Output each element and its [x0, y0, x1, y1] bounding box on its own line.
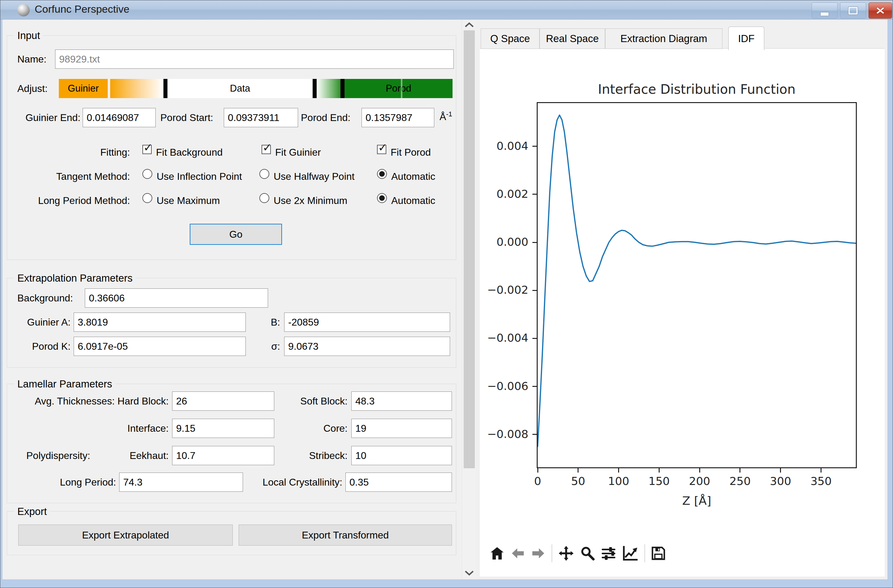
- interface-input[interactable]: [172, 419, 274, 438]
- slider-guinier-segment[interactable]: Guinier: [59, 79, 108, 98]
- soft-block-input[interactable]: [351, 391, 452, 411]
- long-period-method-label: Long Period Method:: [17, 195, 130, 206]
- long-period-input[interactable]: [119, 472, 243, 492]
- slider-guinier-end-handle[interactable]: [164, 79, 167, 98]
- back-button[interactable]: [511, 546, 525, 561]
- slider-porod-start-handle[interactable]: [313, 79, 317, 98]
- forward-button[interactable]: [531, 546, 546, 561]
- window-right-border: [887, 19, 893, 579]
- long-period-maximum-radio[interactable]: [142, 193, 152, 203]
- tangent-inflection-label: Use Inflection Point: [156, 171, 242, 182]
- tangent-inflection-radio[interactable]: [142, 169, 152, 179]
- window-bottom-border: [0, 579, 893, 588]
- hard-block-label: Avg. Thicknesses: Hard Block:: [12, 396, 169, 407]
- minimize-button[interactable]: [812, 3, 837, 18]
- sliders-icon: [601, 546, 616, 561]
- core-input[interactable]: [351, 419, 452, 438]
- local-crystallinity-input[interactable]: [346, 472, 452, 492]
- fit-background-label: Fit Background: [156, 147, 222, 158]
- porod-end-input[interactable]: [362, 108, 434, 127]
- tab-extraction-diagram[interactable]: Extraction Diagram: [605, 29, 722, 49]
- tab-real-space[interactable]: Real Space: [540, 29, 605, 49]
- export-extrapolated-button[interactable]: Export Extrapolated: [18, 525, 233, 546]
- x-tick-label: 200: [681, 475, 718, 487]
- slider-porod-segment[interactable]: Porod: [344, 79, 453, 98]
- back-arrow-icon: [511, 546, 525, 561]
- y-tick-label: 0.000: [479, 236, 528, 248]
- y-tick-label: −0.008: [479, 428, 528, 441]
- guinier-a-label: Guinier A:: [12, 317, 71, 328]
- scrollbar-thumb[interactable]: [464, 30, 475, 468]
- fit-background-checkbox[interactable]: ✓: [142, 145, 152, 154]
- tangent-method-label: Tangent Method:: [17, 171, 130, 182]
- app-icon: [17, 4, 30, 17]
- tab-q-space[interactable]: Q Space: [481, 29, 540, 49]
- go-button[interactable]: Go: [190, 224, 282, 245]
- export-transformed-button[interactable]: Export Transformed: [239, 525, 452, 546]
- slider-guinier-fade[interactable]: [110, 79, 164, 98]
- name-label: Name:: [17, 54, 47, 65]
- guinier-a-input[interactable]: [74, 313, 246, 332]
- guinier-end-input[interactable]: [83, 108, 156, 127]
- idf-curve-canvas: [538, 103, 856, 467]
- maximize-button[interactable]: [840, 3, 866, 18]
- q-unit-label: Å-1: [439, 110, 452, 123]
- chart-title: Interface Distribution Function: [542, 82, 851, 97]
- minimize-icon: [820, 12, 829, 16]
- tangent-automatic-radio[interactable]: [377, 169, 387, 179]
- chevron-up-icon: [465, 22, 474, 28]
- porod-k-input[interactable]: [74, 337, 246, 356]
- fit-porod-label: Fit Porod: [391, 147, 431, 158]
- slider-porod-end-handle[interactable]: [340, 79, 344, 98]
- background-input[interactable]: [85, 289, 268, 308]
- tangent-halfway-radio[interactable]: [259, 169, 269, 179]
- scroll-down-button[interactable]: [465, 570, 474, 577]
- idf-curve: [538, 115, 856, 447]
- long-period-2x-minimum-radio[interactable]: [259, 193, 269, 203]
- long-period-maximum-label: Use Maximum: [156, 195, 220, 206]
- eekhaut-input[interactable]: [172, 446, 274, 465]
- porod-start-label: Porod Start:: [160, 112, 213, 123]
- export-group-title: Export: [14, 506, 50, 517]
- guinier-end-label: Guinier End:: [17, 112, 80, 123]
- long-period-2x-minimum-label: Use 2x Minimum: [274, 195, 347, 206]
- left-panel-scrollbar[interactable]: [462, 19, 477, 579]
- pan-button[interactable]: [558, 546, 574, 561]
- fit-guinier-checkbox[interactable]: ✓: [262, 145, 271, 154]
- fit-porod-checkbox[interactable]: ✓: [377, 145, 386, 154]
- customize-plot-button[interactable]: [622, 545, 638, 561]
- tab-idf[interactable]: IDF: [728, 27, 764, 50]
- y-tick: [532, 242, 537, 243]
- long-period-automatic-label: Automatic: [391, 195, 435, 206]
- slider-data-segment[interactable]: Data: [167, 79, 313, 98]
- pan-icon: [558, 546, 574, 561]
- x-axis-label: Z [Å]: [542, 494, 851, 508]
- stribeck-input[interactable]: [351, 446, 452, 465]
- y-tick-label: 0.004: [479, 140, 528, 152]
- long-period-automatic-radio[interactable]: [377, 193, 387, 203]
- scroll-up-button[interactable]: [465, 22, 474, 29]
- slider-porod-fade[interactable]: [317, 79, 340, 98]
- adjust-label: Adjust:: [17, 83, 48, 95]
- name-input[interactable]: [55, 50, 454, 69]
- local-crystallinity-label: Local Crystallinity:: [245, 477, 342, 488]
- slider-data-label: Data: [230, 83, 250, 94]
- home-icon: [490, 546, 505, 561]
- magnifier-icon: [580, 546, 595, 561]
- q-range-slider[interactable]: Guinier Data Porod: [59, 79, 453, 98]
- x-tick: [659, 468, 660, 472]
- x-tick: [780, 468, 781, 472]
- porod-start-input[interactable]: [224, 108, 298, 127]
- zoom-button[interactable]: [580, 546, 595, 561]
- guinier-b-input[interactable]: [284, 313, 450, 332]
- polydispersity-label: Polydispersity:: [26, 450, 90, 462]
- sigma-input[interactable]: [284, 337, 450, 356]
- close-button[interactable]: [869, 3, 892, 18]
- plot-toolbar: [490, 544, 666, 562]
- hard-block-input[interactable]: [172, 391, 274, 411]
- extrapolation-group-title: Extrapolation Parameters: [14, 272, 135, 284]
- home-button[interactable]: [490, 546, 505, 561]
- x-tick: [821, 468, 821, 472]
- configure-subplots-button[interactable]: [601, 546, 616, 561]
- save-button[interactable]: [651, 546, 666, 561]
